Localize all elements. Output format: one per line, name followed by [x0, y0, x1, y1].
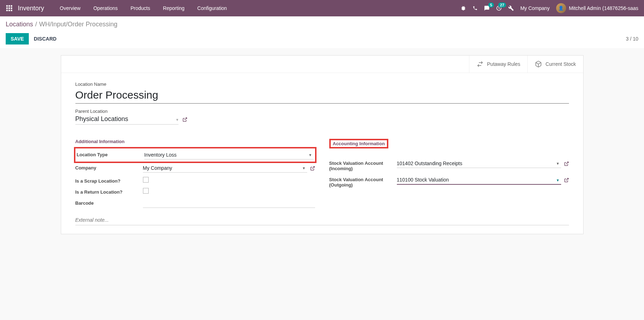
sv-incoming-label: Stock Valuation Account (Incoming) [329, 159, 397, 171]
breadcrumb-active: WH/Input/Order Processing [39, 21, 117, 28]
messages-badge: 5 [488, 2, 494, 7]
barcode-label: Barcode [75, 199, 143, 206]
tools-icon[interactable] [508, 5, 514, 11]
sv-incoming-input[interactable] [397, 159, 561, 168]
menu-operations[interactable]: Operations [88, 2, 122, 14]
scrap-label: Is a Scrap Location? [75, 177, 143, 184]
svg-rect-3 [6, 7, 8, 9]
putaway-rules-button[interactable]: Putaway Rules [469, 56, 527, 73]
additional-info-group: Additional Information Location Type ▼ C… [75, 139, 315, 210]
external-note-input[interactable] [75, 215, 569, 225]
user-menu[interactable]: 👤 Mitchell Admin (14876256-saas [556, 3, 638, 13]
location-type-select[interactable] [144, 151, 314, 159]
external-link-icon[interactable] [564, 178, 569, 183]
menu-reporting[interactable]: Reporting [158, 2, 190, 14]
external-link-icon[interactable] [310, 166, 315, 171]
breadcrumb-link[interactable]: Locations [6, 21, 33, 28]
svg-rect-0 [6, 5, 8, 7]
putaway-label: Putaway Rules [487, 61, 520, 67]
save-button[interactable]: SAVE [6, 33, 29, 44]
svg-rect-7 [9, 10, 10, 11]
messages-icon[interactable]: 5 [484, 5, 490, 11]
discard-button[interactable]: DISCARD [34, 36, 57, 42]
menu-products[interactable]: Products [126, 2, 155, 14]
menu-configuration[interactable]: Configuration [192, 2, 232, 14]
navbar: Inventory Overview Operations Products R… [0, 0, 644, 16]
stock-label: Current Stock [545, 61, 576, 67]
svg-rect-6 [6, 10, 8, 11]
brand[interactable]: Inventory [18, 5, 44, 12]
sv-incoming-row: Stock Valuation Account (Incoming) ▼ [329, 157, 569, 173]
breadcrumb: Locations / WH/Input/Order Processing [6, 21, 638, 28]
breadcrumb-sep: / [35, 21, 37, 28]
svg-rect-5 [11, 7, 12, 9]
company-input[interactable] [143, 164, 307, 173]
phone-icon[interactable] [473, 6, 478, 11]
company-row: Company ▼ [75, 162, 315, 175]
user-name: Mitchell Admin (14876256-saas [569, 5, 638, 11]
parent-location-label: Parent Location [75, 109, 569, 114]
button-box: Putaway Rules Current Stock [61, 56, 583, 73]
scrap-row: Is a Scrap Location? [75, 175, 315, 186]
main-menu: Overview Operations Products Reporting C… [55, 2, 232, 14]
debug-icon[interactable] [461, 5, 466, 11]
scrap-checkbox[interactable] [143, 177, 149, 183]
return-checkbox[interactable] [143, 188, 149, 194]
company-selector[interactable]: My Company [520, 5, 549, 11]
sv-outgoing-row: Stock Valuation Account (Outgoing) ▼ [329, 173, 569, 190]
location-name-input[interactable] [75, 88, 569, 104]
accounting-info-title: Accounting Information [329, 139, 389, 148]
return-row: Is a Return Location? [75, 186, 315, 197]
svg-rect-8 [11, 10, 12, 11]
form-sheet: Putaway Rules Current Stock Location Nam… [61, 55, 584, 234]
external-link-icon[interactable] [564, 161, 569, 166]
location-type-row: Location Type ▼ [74, 147, 316, 163]
pager[interactable]: 3 / 10 [626, 36, 638, 42]
svg-rect-2 [11, 5, 12, 7]
parent-location-input[interactable] [75, 115, 179, 125]
company-label: Company [75, 164, 143, 171]
barcode-row: Barcode [75, 197, 315, 210]
sv-outgoing-input[interactable] [397, 175, 561, 185]
current-stock-button[interactable]: Current Stock [527, 56, 583, 73]
apps-icon[interactable] [6, 5, 13, 12]
menu-overview[interactable]: Overview [55, 2, 85, 14]
additional-info-title: Additional Information [75, 139, 315, 144]
control-panel: Locations / WH/Input/Order Processing SA… [0, 16, 644, 48]
activities-icon[interactable]: 27 [496, 5, 502, 11]
location-type-label: Location Type [77, 151, 144, 157]
svg-rect-1 [9, 5, 10, 7]
activities-badge: 27 [498, 2, 506, 7]
sv-outgoing-label: Stock Valuation Account (Outgoing) [329, 175, 397, 188]
svg-rect-4 [9, 7, 10, 9]
return-label: Is a Return Location? [75, 188, 143, 195]
external-link-icon[interactable] [182, 117, 187, 122]
location-name-label: Location Name [75, 82, 569, 87]
accounting-info-group: Accounting Information Stock Valuation A… [329, 139, 569, 210]
barcode-input[interactable] [143, 199, 315, 208]
avatar: 👤 [556, 3, 566, 13]
